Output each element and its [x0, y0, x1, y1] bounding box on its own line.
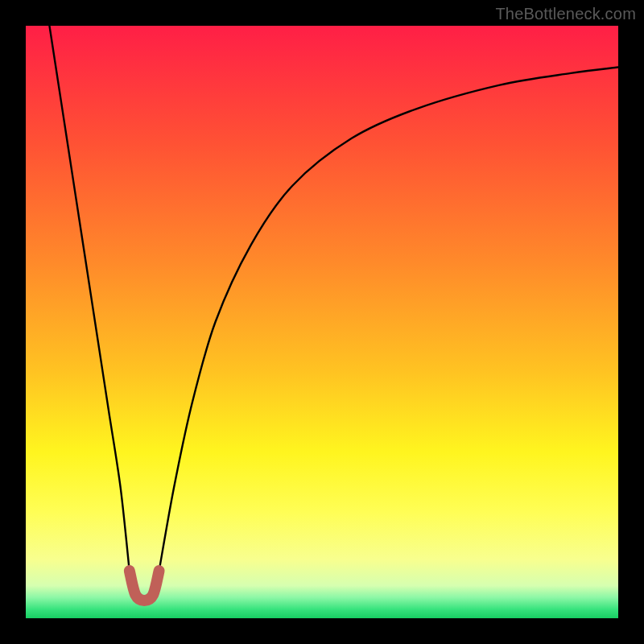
plot-area — [26, 26, 618, 618]
bottleneck-curve — [49, 26, 618, 601]
trough-marker — [130, 571, 159, 601]
chart-frame: TheBottleneck.com — [0, 0, 644, 644]
curve-layer — [26, 26, 618, 618]
watermark-text: TheBottleneck.com — [495, 5, 636, 23]
